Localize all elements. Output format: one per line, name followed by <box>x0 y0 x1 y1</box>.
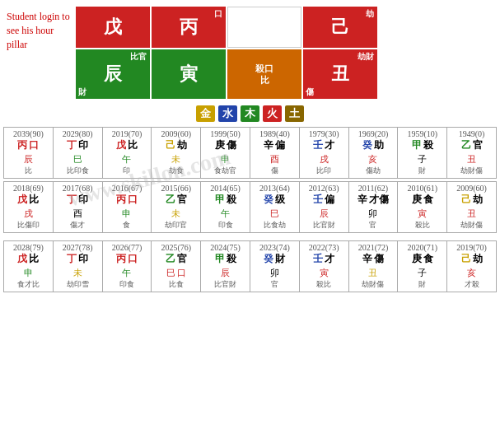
period-label: 口 <box>29 138 39 152</box>
period-top: 癸助 <box>352 138 395 152</box>
period-cell: 2039(90) 丙口 辰 比 <box>4 128 54 178</box>
pillar-char: 丙 <box>180 15 198 40</box>
period-stem: 辛 <box>264 138 273 152</box>
period-mid: 未 <box>154 208 198 220</box>
period-top: 丙口 <box>105 252 149 266</box>
period-header: 2014(65) <box>203 184 247 193</box>
period-mid: 子 <box>400 267 444 279</box>
period-sub: 殺比 <box>302 279 346 290</box>
period-cell: 2016(67) 丙口 申 食 <box>103 182 152 232</box>
period-header: 2023(74) <box>253 243 297 252</box>
pillar-cell-r2c3: 殺口 比 <box>227 49 301 99</box>
period-top: 乙官 <box>154 252 198 266</box>
period-cell: 1969(20) 癸助 亥 傷劫 <box>349 128 399 178</box>
period-stem: 癸 <box>264 252 273 266</box>
period-mid: 申 <box>7 267 50 279</box>
period-sub: 比食 <box>154 279 198 290</box>
period-mid: 子 <box>400 153 444 166</box>
period-top: 辛才傷 <box>352 193 395 207</box>
pillar-sub: 傷 <box>306 87 314 97</box>
elem-wood: 木 <box>241 105 259 122</box>
period-top: 甲殺 <box>203 193 247 207</box>
period-top: 癸级 <box>253 193 297 207</box>
period-cell: 2025(76) 乙官 巳口 比食 <box>152 241 201 292</box>
period-mid: 寅 <box>302 267 346 279</box>
period-mid: 辰 <box>302 208 346 220</box>
pillar-char: 寅 <box>180 62 198 86</box>
period-branch: 辰 <box>320 208 329 220</box>
period-top: 壬才 <box>302 252 346 266</box>
period-mid: 巳口 <box>154 267 198 279</box>
period-branch: 申 <box>122 208 131 220</box>
period-mid: 辰 <box>7 153 50 166</box>
period-sub: 印食 <box>105 279 149 290</box>
period-top: 甲殺 <box>400 138 444 152</box>
period-label: 殺 <box>423 138 433 152</box>
period-header: 2012(63) <box>302 184 346 193</box>
period-stem: 甲 <box>215 193 225 207</box>
pillar-cell-r1c1: 戊 <box>76 7 150 48</box>
period-stem: 己 <box>166 138 175 152</box>
period-cell: 2009(60) 己劫 丑 劫財傷 <box>447 182 496 232</box>
period-cell: 1949(0) 乙官 丑 劫財傷 <box>447 128 496 178</box>
period-stem: 甲 <box>215 252 225 266</box>
period-top: 辛傷 <box>352 252 395 266</box>
period-sub: 比印食 <box>56 166 100 176</box>
period-label: 印 <box>78 193 88 207</box>
period-header: 1999(50) <box>203 129 247 138</box>
period-stem: 壬 <box>313 138 323 152</box>
period-mid: 戌 <box>302 153 346 166</box>
period-cell: 2028(79) 戊比 申 食才比 <box>4 241 54 292</box>
period-branch: 巳 <box>166 267 175 279</box>
period-branch: 申 <box>24 267 33 279</box>
period-mid: 午 <box>105 267 149 279</box>
period-top: 丁印 <box>56 193 100 207</box>
period-branch: 未 <box>73 267 82 279</box>
period-stem: 壬 <box>313 193 323 207</box>
period-cell: 2019(70) 己劫 亥 才殺 <box>447 241 496 292</box>
period-sub: 比食劫 <box>253 220 297 231</box>
period-mid: 卯 <box>253 267 297 279</box>
period-stem: 乙 <box>166 193 175 207</box>
student-login-text: Student login to see his hour pillar <box>7 7 72 51</box>
period-branch: 申 <box>221 153 230 166</box>
period-branch: 亥 <box>368 153 377 166</box>
period-stem: 庚 <box>412 193 422 207</box>
period-branch: 午 <box>122 153 131 166</box>
pillar-char: 丑 <box>331 62 349 86</box>
period-header: 2009(60) <box>450 184 493 193</box>
periods-container: 2039(90) 丙口 辰 比 2029(80) 丁印 巳 比印食 2019(7… <box>0 125 500 296</box>
period-header: 1969(20) <box>352 129 395 138</box>
period-header: 2018(69) <box>7 184 50 193</box>
period-header: 1979(30) <box>302 129 346 138</box>
period-cell: 2022(73) 壬才 寅 殺比 <box>300 241 349 292</box>
period-top: 丁印 <box>56 252 100 266</box>
period-label: 偏 <box>275 138 285 152</box>
period-header: 2016(67) <box>105 184 149 193</box>
period-header: 2021(72) <box>352 243 395 252</box>
period-header: 2025(76) <box>154 243 198 252</box>
period-sub: 傷 <box>253 166 297 176</box>
period-sub: 印 <box>105 166 149 176</box>
period-label: 印 <box>78 138 88 152</box>
period-sub: 食才比 <box>7 279 50 290</box>
period-label: 劫 <box>473 193 483 207</box>
period-branch: 戌 <box>320 153 329 166</box>
period-mid: 亥 <box>450 267 493 279</box>
period-label: 殺 <box>227 252 236 266</box>
period-sub: 官 <box>253 279 297 290</box>
period-branch: 子 <box>418 267 427 279</box>
pillar-sub: 比 <box>260 74 269 86</box>
period-stem: 庚 <box>412 252 422 266</box>
period-cell: 2029(80) 丁印 巳 比印食 <box>54 128 103 178</box>
period-stem: 壬 <box>313 252 323 266</box>
period-label: 才 <box>325 138 334 152</box>
period-mid: 申 <box>203 153 247 166</box>
period-label: 助 <box>374 138 384 152</box>
period-branch: 寅 <box>418 208 427 220</box>
period-row-3: 2028(79) 戊比 申 食才比 2027(78) 丁印 未 劫印雪 2026… <box>3 240 497 292</box>
period-top: 庚傷 <box>203 138 247 152</box>
period-sub: 財 <box>400 166 444 176</box>
elem-water: 水 <box>218 105 237 122</box>
pillar-small: 比官 <box>130 51 147 63</box>
